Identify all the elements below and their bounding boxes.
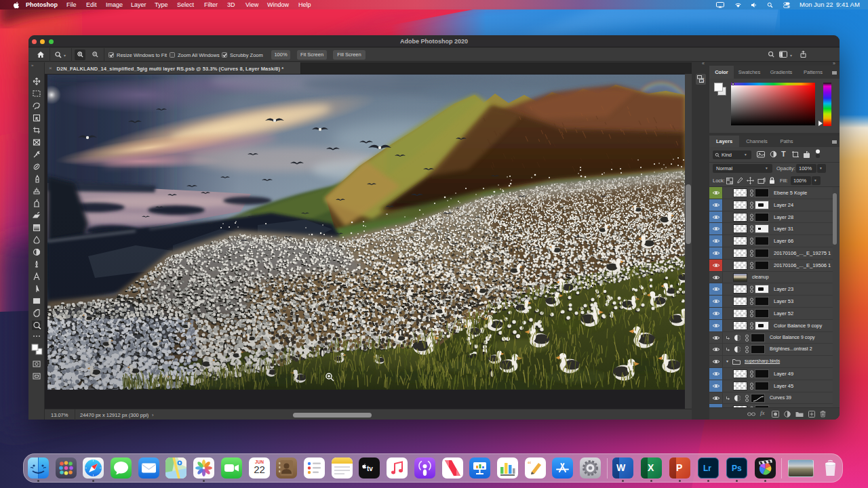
svg-text:5: 5 xyxy=(701,77,705,83)
svg-text:tv: tv xyxy=(367,465,373,472)
svg-text:“: “ xyxy=(528,460,531,469)
